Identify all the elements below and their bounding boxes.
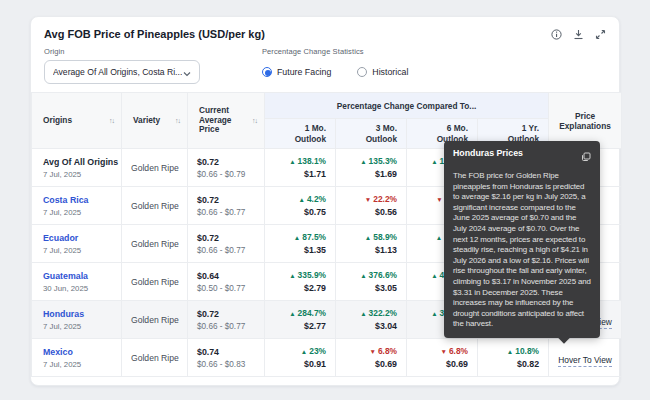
outlook-3mo-cell: 376.6% $3.05 — [336, 263, 407, 301]
expand-icon[interactable] — [595, 29, 606, 40]
outlook-6mo-cell: 6.8% $0.69 — [407, 339, 478, 377]
radio-historical[interactable]: Historical — [357, 67, 408, 77]
outlook-3mo-cell: 6.8% $0.69 — [336, 339, 407, 377]
price-value: $0.72 — [197, 309, 264, 319]
col-header-variety[interactable]: Variety↑↓ — [122, 93, 188, 149]
info-icon[interactable] — [551, 29, 562, 40]
trend-arrow-icon — [431, 272, 437, 279]
trend-arrow-icon — [507, 348, 513, 355]
stats-label: Percentage Change Statistics — [262, 47, 408, 56]
price-cell: $0.72 $0.66 - $0.77 — [188, 301, 265, 339]
trend-arrow-icon — [360, 158, 366, 165]
origin-select[interactable]: Average Of All Origins, Costa Ri... — [44, 60, 200, 84]
origin-date: 7 Jul, 2025 — [43, 322, 121, 331]
outlook-1mo-cell: 138.1% $1.71 — [265, 149, 336, 187]
trend-arrow-icon — [289, 158, 295, 165]
trend-arrow-icon — [289, 310, 295, 317]
outlook-3mo-cell: 322.2% $3.04 — [336, 301, 407, 339]
price-range: $0.66 - $0.77 — [197, 322, 264, 331]
tooltip-body: The FOB price for Golden Ripe pineapples… — [453, 171, 591, 330]
origin-cell: Ecuador 7 Jul, 2025 — [32, 225, 122, 263]
trend-arrow-icon — [360, 310, 366, 317]
col-header-origins[interactable]: Origins↑↓ — [32, 93, 122, 149]
variety-cell: Golden Ripe — [122, 187, 188, 225]
price-value: $0.64 — [197, 271, 264, 281]
origin-date: 7 Jul, 2025 — [43, 246, 121, 255]
origin-cell: Guatemala 30 Jun, 2025 — [32, 263, 122, 301]
outlook-1mo-cell: 87.5% $1.35 — [265, 225, 336, 263]
page-title: Avg FOB Price of Pineapples (USD/per kg) — [44, 28, 265, 40]
origin-date: 30 Jun, 2025 — [43, 284, 121, 293]
trend-arrow-icon — [298, 196, 304, 203]
origin-cell: Avg Of All Origins 7 Jul, 2025 — [32, 149, 122, 187]
origin-date: 7 Jul, 2025 — [43, 208, 121, 217]
outlook-1yr-cell: 10.8% $0.82 — [478, 339, 549, 377]
variety-cell: Golden Ripe — [122, 339, 188, 377]
origin-link[interactable]: Mexico — [43, 347, 121, 357]
origin-link[interactable]: Costa Rica — [43, 195, 121, 205]
price-cell: $0.72 $0.66 - $0.79 — [188, 149, 265, 187]
price-table-card: Avg FOB Price of Pineapples (USD/per kg)… — [30, 16, 620, 386]
origin-cell: Honduras 7 Jul, 2025 — [32, 301, 122, 339]
outlook-1mo-cell: 4.2% $0.75 — [265, 187, 336, 225]
controls-bar: Origin Average Of All Origins, Costa Ri.… — [31, 44, 619, 92]
price-cell: $0.72 $0.66 - $0.77 — [188, 187, 265, 225]
copy-icon[interactable] — [581, 148, 591, 166]
price-value: $0.72 — [197, 233, 264, 243]
origin-select-value: Average Of All Origins, Costa Ri... — [53, 67, 182, 77]
card-header: Avg FOB Price of Pineapples (USD/per kg) — [31, 17, 619, 44]
trend-arrow-icon — [440, 348, 446, 355]
price-cell: $0.74 $0.66 - $0.83 — [188, 339, 265, 377]
trend-arrow-icon — [436, 196, 442, 203]
origin-label: Origin — [44, 47, 200, 56]
chevron-down-icon — [183, 63, 191, 81]
origin-cell: Mexico 7 Jul, 2025 — [32, 339, 122, 377]
outlook-1mo-cell: 23% $0.91 — [265, 339, 336, 377]
price-value: $0.72 — [197, 157, 264, 167]
price-range: $0.66 - $0.77 — [197, 208, 264, 217]
col-header-current-average-price[interactable]: Current Average Price↑↓ — [188, 93, 265, 149]
download-icon[interactable] — [573, 29, 584, 40]
radio-selected-icon — [262, 67, 272, 77]
variety-cell: Golden Ripe — [122, 263, 188, 301]
variety-cell: Golden Ripe — [122, 301, 188, 339]
trend-arrow-icon — [431, 310, 437, 317]
tooltip-honduras-prices: Honduras Prices The FOB price for Golden… — [444, 141, 600, 338]
trend-arrow-icon — [301, 348, 307, 355]
origin-control: Origin Average Of All Origins, Costa Ri.… — [44, 47, 200, 84]
outlook-3mo-cell: 22.2% $0.56 — [336, 187, 407, 225]
price-cell: $0.64 $0.50 - $0.77 — [188, 263, 265, 301]
origin-link[interactable]: Guatemala — [43, 271, 121, 281]
variety-cell: Golden Ripe — [122, 149, 188, 187]
header-icons — [551, 29, 606, 40]
radio-future-facing[interactable]: Future Facing — [262, 67, 331, 77]
origin-link[interactable]: Honduras — [43, 309, 121, 319]
outlook-3mo-cell: 58.9% $1.13 — [336, 225, 407, 263]
origin-link[interactable]: Avg Of All Origins — [43, 157, 121, 167]
outlook-1mo-cell: 284.7% $2.77 — [265, 301, 336, 339]
sort-icon: ↑↓ — [252, 117, 257, 124]
trend-arrow-icon — [365, 234, 371, 241]
sort-icon: ↑↓ — [109, 117, 114, 124]
radio-unselected-icon — [357, 67, 367, 77]
origin-date: 7 Jul, 2025 — [43, 170, 121, 179]
stats-radio-group: Future Facing Historical — [262, 60, 408, 84]
hover-to-view-link[interactable]: Hover To View — [558, 355, 612, 367]
col-header-1mo-outlook: 1 Mo. Outlook — [265, 119, 336, 149]
outlook-1mo-cell: 335.9% $2.79 — [265, 263, 336, 301]
sort-icon: ↑↓ — [175, 117, 180, 124]
price-range: $0.66 - $0.83 — [197, 360, 264, 369]
col-group-header-percentage-change: Percentage Change Compared To... — [265, 93, 549, 119]
trend-arrow-icon — [360, 272, 366, 279]
trend-arrow-icon — [369, 348, 375, 355]
trend-arrow-icon — [294, 234, 300, 241]
stats-control: Percentage Change Statistics Future Faci… — [262, 47, 408, 84]
origin-link[interactable]: Ecuador — [43, 233, 121, 243]
price-range: $0.66 - $0.79 — [197, 170, 264, 179]
price-range: $0.66 - $0.77 — [197, 246, 264, 255]
trend-arrow-icon — [289, 272, 295, 279]
tooltip-title: Honduras Prices — [453, 148, 523, 158]
col-header-3mo-outlook: 3 Mo. Outlook — [336, 119, 407, 149]
outlook-3mo-cell: 135.3% $1.69 — [336, 149, 407, 187]
price-value: $0.72 — [197, 195, 264, 205]
